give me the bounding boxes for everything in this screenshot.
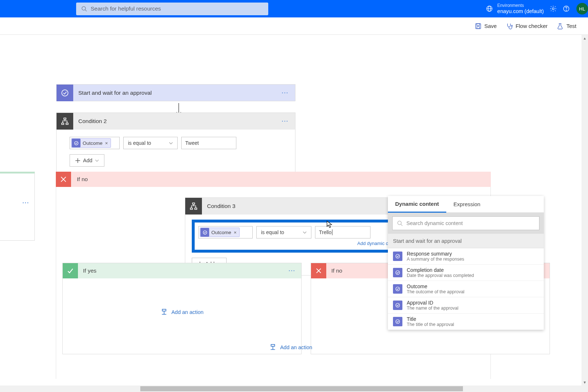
svg-rect-9 [477,24,480,25]
svg-point-43 [396,320,400,324]
item-title: Approval ID [407,300,458,306]
item-title: Response summary [407,251,464,257]
svg-rect-25 [195,208,197,209]
item-description: The name of the approval [407,306,458,311]
mouse-cursor-icon [326,220,333,228]
svg-rect-8 [476,24,481,29]
add-action-button[interactable]: Add an action [269,344,312,351]
approval-token-icon [200,228,209,237]
svg-point-5 [552,8,554,9]
scroll-corner [581,385,588,392]
dynamic-content-item[interactable]: Response summaryA summary of the respons… [388,248,544,265]
condition-operator-select[interactable]: is equal to [123,137,178,149]
dynamic-content-item[interactable]: Approval IDThe name of the approval [388,297,544,314]
step-title: Start and wait for an approval [78,90,152,96]
add-action-icon [269,344,277,351]
stethoscope-icon [506,23,513,29]
branch-title: If no [77,176,88,183]
global-search-input[interactable]: Search for helpful resources [76,3,268,15]
condition-left-input[interactable]: Outcome × [198,226,253,238]
vertical-scrollbar[interactable]: ▲ ▼ [581,35,588,385]
dynamic-content-item[interactable]: TitleThe title of the approval [388,314,544,330]
condition-left-input[interactable]: Outcome × [70,137,120,149]
ghost-if-yes-card: ··· [0,172,35,241]
remove-token-icon[interactable]: × [231,230,239,235]
approval-token-icon [393,284,402,294]
dynamic-group-header: Start and wait for an approval [388,234,544,248]
svg-rect-29 [162,309,166,311]
global-search-placeholder: Search for helpful resources [91,5,161,12]
svg-line-1 [85,10,87,11]
svg-point-42 [396,303,400,307]
svg-point-11 [512,25,513,26]
approval-token-icon [393,301,402,310]
chevron-down-icon [303,230,307,234]
approval-token-icon [393,268,402,277]
branch-title: If no [331,268,342,274]
token-outcome: Outcome × [200,228,240,237]
svg-point-26 [203,230,207,234]
test-button[interactable]: Test [557,23,576,29]
user-avatar[interactable]: HL [576,3,588,15]
add-dynamic-content-link[interactable]: Add dynamic content + [198,241,410,246]
chevron-down-icon [169,141,173,145]
scroll-up-icon[interactable]: ▲ [581,35,588,41]
step-menu-icon[interactable]: ··· [289,268,295,274]
svg-point-13 [62,90,68,96]
help-icon[interactable] [563,5,570,12]
svg-point-37 [398,221,401,225]
search-icon [81,6,87,12]
approval-icon [57,85,73,101]
highlighted-row-frame: Outcome × is equal to Trello Add dynamic… [192,220,417,253]
add-condition-button[interactable]: Add [70,154,104,167]
save-button[interactable]: Save [475,23,497,29]
tab-expression[interactable]: Expression [446,196,488,212]
environment-name: enayu.com (default) [497,8,544,15]
add-action-button[interactable]: Add an action [161,309,204,316]
nested-if-yes[interactable]: If yes ··· Add an action [62,263,302,354]
item-title: Outcome [407,283,464,289]
remove-token-icon[interactable]: × [103,140,111,146]
step-condition2[interactable]: Condition 2 ··· Outcome × is equal to Tw… [56,113,295,173]
svg-point-0 [82,7,86,10]
item-description: A summary of the responses [407,257,464,262]
dynamic-content-item[interactable]: OutcomeThe outcome of the approval [388,281,544,297]
item-title: Title [407,316,454,322]
scroll-down-icon[interactable]: ▼ [581,379,588,385]
environment-picker[interactable]: Environments enayu.com (default) [486,3,544,14]
dynamic-content-item[interactable]: Completion dateDate the approval was com… [388,265,544,281]
condition-value-input[interactable]: Trello [315,226,370,238]
svg-rect-24 [190,208,192,209]
close-icon [311,263,326,278]
svg-rect-34 [271,344,275,346]
flask-icon [557,23,563,29]
step-approval[interactable]: Start and wait for an approval ··· [56,84,295,101]
branch-if-no-header[interactable]: If no [56,172,491,187]
command-bar: Save Flow checker Test [0,17,588,35]
svg-line-38 [401,224,402,226]
step-menu-icon[interactable]: ··· [282,118,289,124]
horizontal-scrollbar[interactable] [0,385,581,392]
dynamic-content-search-input[interactable]: Search dynamic content [392,216,539,230]
svg-rect-10 [477,26,479,29]
settings-gear-icon[interactable] [550,5,557,12]
approval-token-icon [393,317,402,326]
top-bar: Search for helpful resources Environment… [0,0,588,17]
svg-rect-17 [66,123,68,124]
tab-dynamic-content[interactable]: Dynamic content [388,196,446,213]
condition-operator-select[interactable]: is equal to [256,226,311,238]
svg-point-39 [396,254,400,258]
condition-value-input[interactable]: Tweet [181,137,236,149]
step-title: Condition 2 [78,118,107,124]
check-icon [63,263,78,278]
svg-rect-23 [192,203,195,204]
save-icon [475,23,481,29]
step-menu-icon[interactable]: ··· [22,200,29,206]
item-description: The outcome of the approval [407,289,464,294]
scrollbar-thumb[interactable] [140,386,463,391]
globe-icon [486,5,493,12]
step-menu-icon[interactable]: ··· [282,90,289,96]
flow-checker-button[interactable]: Flow checker [506,23,547,29]
condition-icon [185,198,202,215]
token-outcome: Outcome × [71,138,111,148]
